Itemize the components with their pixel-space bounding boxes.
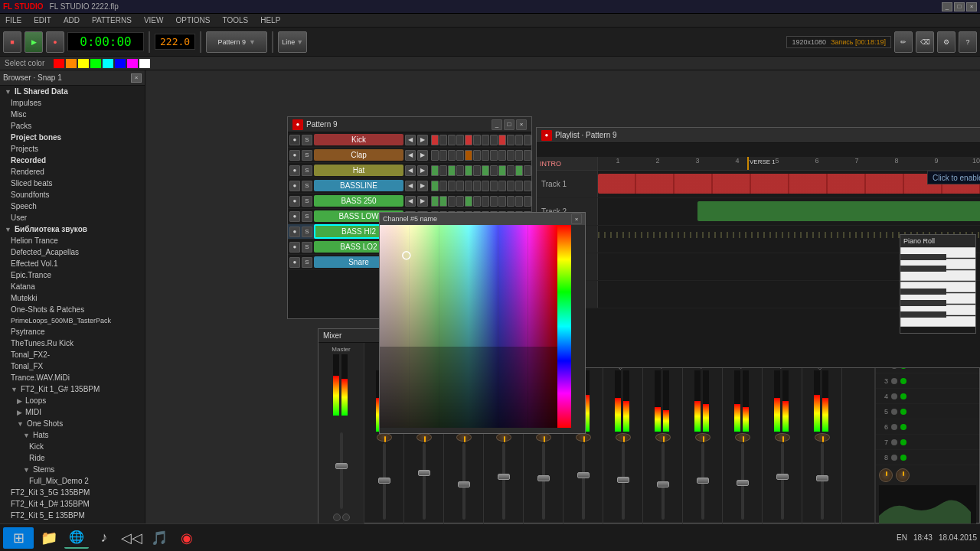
channel-name-bass250[interactable]: BASS 250 [314, 195, 403, 207]
pad[interactable] [448, 135, 456, 145]
solo-btn[interactable]: S [302, 257, 312, 268]
master-fader-track[interactable] [340, 432, 343, 509]
taskbar-itunes[interactable]: ♪ [92, 527, 116, 549]
sidebar-item-ftz-kit4[interactable]: FT2_Kit 4_D# 135BPM [0, 498, 145, 510]
sidebar-item-recorded[interactable]: Recorded [0, 155, 145, 166]
pad[interactable] [456, 165, 464, 176]
track-content-2[interactable] [598, 198, 980, 225]
taskbar-browser[interactable]: 🌐 [64, 527, 89, 549]
fader-knob[interactable] [498, 474, 510, 480]
maximize-btn[interactable]: □ [954, 2, 965, 11]
pan-knob[interactable] [695, 433, 710, 442]
fader-knob[interactable] [537, 475, 550, 481]
pad[interactable] [465, 196, 472, 207]
pad[interactable] [524, 165, 531, 176]
fader-track[interactable] [383, 443, 386, 520]
sidebar-item-full-mix[interactable]: Full_Mix_Demo 2 [0, 475, 145, 487]
vol-btn2[interactable]: ▶ [417, 135, 428, 145]
sidebar-item-one-shots-sub[interactable]: ▼ One Shots [0, 418, 145, 429]
color-gradient-area[interactable] [380, 225, 585, 433]
color-cyan[interactable] [103, 59, 113, 68]
fader-track[interactable] [781, 443, 784, 520]
pad[interactable] [515, 165, 523, 176]
pattern-maximize[interactable]: □ [504, 119, 514, 130]
erase-tool[interactable]: ⌫ [916, 31, 934, 53]
pad[interactable] [498, 165, 506, 176]
fader-knob[interactable] [617, 477, 629, 483]
fader-track[interactable] [821, 443, 824, 520]
pad[interactable] [524, 181, 531, 191]
knob-send2[interactable] [342, 514, 350, 521]
vol-btn[interactable]: ◀ [405, 181, 416, 191]
pad[interactable] [431, 196, 439, 207]
fx-send-knob-2[interactable] [896, 468, 910, 482]
pan-knob[interactable] [536, 433, 551, 442]
fx-led-active-8[interactable] [900, 455, 906, 461]
sidebar-item-loops[interactable]: ▶ Loops [0, 395, 145, 406]
help-btn[interactable]: ? [959, 31, 977, 53]
track-content-1[interactable] [598, 171, 980, 197]
color-magenta[interactable] [127, 59, 138, 68]
pad[interactable] [439, 150, 447, 161]
pad[interactable] [507, 196, 514, 207]
sidebar-item-ftz-kit3[interactable]: FT2_Kit 3_5G 135BPM [0, 487, 145, 498]
pad[interactable] [439, 135, 447, 145]
mute-btn[interactable]: ● [289, 150, 300, 161]
pad[interactable] [431, 165, 439, 176]
color-blue[interactable] [115, 59, 126, 68]
pad[interactable] [498, 196, 506, 207]
solo-btn[interactable]: S [302, 211, 312, 222]
fx-led-4[interactable] [891, 393, 897, 399]
menu-add[interactable]: ADD [61, 16, 82, 24]
pad[interactable] [473, 196, 481, 207]
pad[interactable] [456, 135, 464, 145]
pad[interactable] [524, 196, 531, 207]
solo-btn[interactable]: S [302, 135, 312, 145]
sidebar-item-user[interactable]: User [0, 212, 145, 223]
pad[interactable] [482, 181, 489, 191]
sidebar-item-mutekki[interactable]: Mutekki [0, 292, 145, 304]
pad[interactable] [515, 196, 523, 207]
solo-btn[interactable]: S [302, 150, 312, 161]
pad[interactable] [465, 181, 472, 191]
pad[interactable] [507, 135, 514, 145]
master-fader-knob[interactable] [335, 463, 348, 469]
vol-btn[interactable]: ◀ [405, 165, 416, 176]
pad[interactable] [482, 196, 489, 207]
record-btn[interactable]: ● [46, 31, 64, 53]
vol-btn[interactable]: ◀ [405, 135, 416, 145]
vol-btn2[interactable]: ▶ [417, 196, 428, 207]
pad[interactable] [439, 165, 447, 176]
taskbar-prev[interactable]: ◁◁ [119, 527, 144, 549]
pencil-tool[interactable]: ✏ [894, 31, 913, 53]
fader-knob[interactable] [458, 481, 470, 487]
pan-knob[interactable] [456, 433, 472, 442]
fader-knob[interactable] [737, 480, 749, 486]
mute-btn[interactable]: ● [289, 181, 300, 191]
pad[interactable] [507, 150, 514, 161]
sidebar-item-library[interactable]: ▼ Библиотека звуков [0, 223, 145, 235]
fader-track[interactable] [582, 443, 585, 520]
vol-btn2[interactable]: ▶ [417, 165, 428, 176]
fader-knob[interactable] [657, 481, 669, 487]
vol-btn2[interactable]: ▶ [417, 181, 428, 191]
taskbar-record[interactable]: ◉ [175, 527, 199, 549]
sidebar-item-il-shared-data[interactable]: ▼ IL Shared Data [0, 86, 145, 97]
sidebar-item-thetunes[interactable]: TheTunes.Ru Kick [0, 337, 145, 349]
pan-knob[interactable] [576, 433, 591, 442]
news-bar[interactable]: Click to enable online news... [927, 171, 980, 184]
fx-led-6[interactable] [891, 424, 897, 430]
fader-knob[interactable] [418, 470, 430, 476]
pattern-selector[interactable]: Pattern 9 ▼ [206, 31, 267, 53]
pad[interactable] [490, 181, 498, 191]
sidebar-item-soundfonts[interactable]: Soundfonts [0, 189, 145, 201]
sidebar-item-kick[interactable]: Kick [0, 441, 145, 452]
pad[interactable] [507, 165, 514, 176]
fx-led-active-4[interactable] [900, 393, 906, 399]
fader-track[interactable] [462, 443, 466, 520]
pattern-minimize[interactable]: _ [492, 119, 502, 130]
fader-track[interactable] [423, 443, 426, 520]
fader-track[interactable] [502, 443, 505, 520]
sidebar-item-stems[interactable]: ▼ Stems [0, 464, 145, 475]
sidebar-item-epic-trance[interactable]: Epic.Trance [0, 269, 145, 281]
